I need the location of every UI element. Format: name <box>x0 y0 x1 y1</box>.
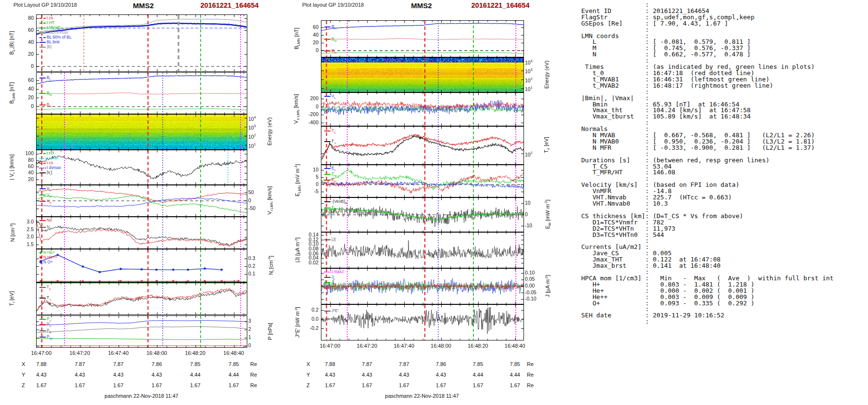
legend-line-icon <box>39 168 46 169</box>
panel-j-lmn-legend-item: JN <box>324 286 335 292</box>
ephemeris-value: 4.44 <box>473 372 483 378</box>
legend-line-icon <box>324 272 331 273</box>
panel-vi-mag-legend-item: |Vi| <box>39 170 52 177</box>
panel-vi-mag-ytick: 20 <box>16 177 34 182</box>
panel-j-lmn-legend-item: t maxJ <box>324 270 344 274</box>
ephemeris-value: 4.44 <box>510 372 520 378</box>
legend-line-icon <box>39 32 46 34</box>
panel-b-lmn-m-ytick: 20 <box>301 40 319 45</box>
time-axis-label: 16:47:20 <box>357 343 377 349</box>
left-credit-footer: paschmann 22-Nov-2018 11:47 <box>104 393 178 399</box>
panel-jde-ytick: 0.0 <box>301 316 319 322</box>
legend-line-icon <box>324 311 331 312</box>
panel-em-vexb-axis-label: EM [mW m-2] <box>543 197 549 231</box>
panel-density-ytick: 1.5 <box>16 242 34 247</box>
panel-ti-legend-item: T⊥ <box>39 296 51 302</box>
panel-ve-lmn-ytick: 0 <box>301 104 319 109</box>
time-axis-label: 16:47:40 <box>108 350 128 356</box>
panel-vi-mag-plot <box>37 150 247 184</box>
panel-minor-ions-legend-item: N O+ <box>39 260 53 265</box>
panel-b-lmn-legend-item: BL <box>39 76 51 82</box>
middle-spacecraft-title: MMS2 <box>411 1 432 10</box>
panel-vi-lmn: VLVMVN <box>36 185 247 217</box>
legend-line-icon <box>39 163 46 164</box>
legend-line-icon <box>324 208 331 209</box>
panel-ti-axis-label: Ti [eV] <box>8 283 14 314</box>
panel-jde-legend-item: J*E' <box>324 309 339 314</box>
panel-density-ytick: 2.0 <box>16 234 34 239</box>
time-axis-label: 16:47:00 <box>31 350 52 356</box>
panel-b-lmn-plot <box>37 73 247 114</box>
panel-b-lmn-m-legend-item: BL <box>324 25 336 31</box>
panel-e-lmn-axis-label: ELMN [mV m-1] <box>293 165 299 196</box>
legend-marker-icon <box>39 251 42 254</box>
panel-ve-lmn: VL <box>321 92 524 126</box>
panel-j-mag-axis-label: |J| [µA m-2] <box>293 232 299 267</box>
legend-line-icon <box>39 42 46 43</box>
left-event-id: 20161221_164654 <box>201 1 259 9</box>
panel-vi-lmn-axis-label: Vi LMN [km/s] <box>266 185 273 216</box>
panel-b-lmn-m-ytick: 0 <box>301 48 319 53</box>
legend-line-icon <box>324 168 331 169</box>
panel-b-lmn-ytick: 0 <box>16 104 34 109</box>
panel-b-lmn-axis-label: BLMN [nT] <box>8 72 14 113</box>
legend-line-icon <box>324 239 331 240</box>
panel-b-lmn-ytick: 60 <box>16 78 34 83</box>
ephemeris-value: 7.86 <box>436 361 446 367</box>
ephemeris-row-label: Z <box>306 382 310 388</box>
legend-line-icon <box>324 180 331 181</box>
panel-j-mag-ytick: 0.02 <box>301 260 319 265</box>
panel-density-legend-item: Ne <box>39 218 52 223</box>
panel-e-lmn-ytick: 0 <box>301 182 319 187</box>
ephemeris-row-label: X <box>22 361 25 367</box>
ephemeris-value: 7.88 <box>325 361 335 367</box>
ephemeris-value: 7.86 <box>152 361 162 367</box>
legend-line-icon <box>39 153 46 154</box>
time-axis-label: 16:48:40 <box>223 350 244 356</box>
panel-te: T||T⊥ <box>321 126 524 165</box>
ephemeris-unit: Re <box>250 372 257 378</box>
ephemeris-value: 7.87 <box>113 361 123 367</box>
panel-b-field: t cst HTt MVABt BLminmaxBL 50% of BLBL b… <box>36 14 247 72</box>
middle-credit-footer: paschmann 22-Nov-2018 11:47 <box>385 393 459 399</box>
panel-j-lmn: t maxJJLJMJN <box>321 268 524 304</box>
panel-ve-lmn-plot <box>321 93 523 126</box>
panel-te-plot <box>321 127 523 164</box>
ephemeris-value: 7.85 <box>229 361 239 367</box>
panel-b-field-plot <box>37 15 247 71</box>
legend-line-icon <box>324 96 331 97</box>
panel-em-vexb: -(VexB)MEM <box>321 197 524 232</box>
panel-b-field-ytick: 80 <box>16 15 34 21</box>
panel-pressure-legend-item: Ptot <box>39 335 52 341</box>
legend-line-icon <box>39 47 46 48</box>
legend-line-icon <box>324 287 331 288</box>
legend-marker-icon <box>39 261 42 263</box>
middle-event-id: 20161221_164654 <box>472 1 530 9</box>
panel-b-lmn-m-plot <box>321 21 523 57</box>
panel-jde-axis-label: J*E' [nW m-3] <box>293 304 299 340</box>
panel-b-field-ytick: 0 <box>16 64 34 69</box>
time-axis-label: 16:47:00 <box>319 343 340 349</box>
ephemeris-value: 4.44 <box>190 372 200 378</box>
legend-line-icon <box>324 277 331 278</box>
legend-line-icon <box>39 337 46 338</box>
panel-b-field-ytick: 40 <box>16 39 34 45</box>
panel-b-lmn-m-axis-label: BLMN [nT] <box>293 20 299 56</box>
panel-jde-plot <box>321 305 523 340</box>
panel-vi-mag-ytick: 60 <box>16 164 34 169</box>
legend-marker-icon <box>39 256 42 259</box>
ephemeris-value: 7.85 <box>473 361 483 367</box>
panel-te-axis-label: Te [eV] <box>543 126 549 164</box>
panel-b-lmn-m-ytick: 60 <box>301 25 319 30</box>
ephemeris-value: 4.43 <box>399 372 409 378</box>
panel-j-lmn-plot <box>321 269 523 304</box>
ephemeris-value: 7.87 <box>399 361 409 367</box>
legend-line-icon <box>39 105 46 105</box>
time-axis-label: 16:48:20 <box>468 343 488 349</box>
ephemeris-value: 4.43 <box>75 372 85 378</box>
ephemeris-value: 7.88 <box>36 361 46 367</box>
legend-line-icon <box>324 26 331 27</box>
legend-line-icon <box>39 330 46 331</box>
ephemeris-unit: Re <box>527 372 534 378</box>
panel-density: NeN <box>36 217 247 249</box>
